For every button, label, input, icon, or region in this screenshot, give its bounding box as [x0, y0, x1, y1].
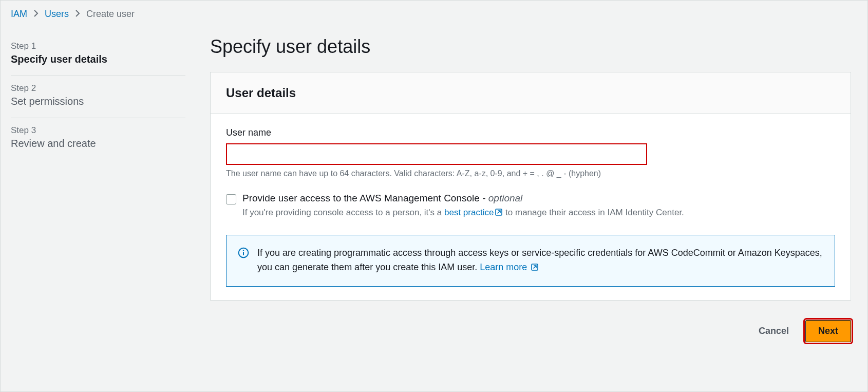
console-access-label: Provide user access to the AWS Managemen…: [242, 193, 835, 204]
wizard-footer: Cancel Next: [210, 320, 851, 342]
optional-tag: optional: [488, 193, 523, 203]
desc-suffix: to manage their access in IAM Identity C…: [503, 208, 684, 217]
step-2[interactable]: Step 2 Set permissions: [11, 76, 185, 118]
learn-more-text: Learn more: [480, 262, 527, 272]
external-link-icon: [531, 261, 539, 276]
step-label: Step 3: [11, 125, 185, 136]
panel-title: User details: [226, 86, 835, 100]
desc-prefix: If you're providing console access to a …: [242, 208, 444, 217]
breadcrumb-iam[interactable]: IAM: [11, 9, 27, 20]
wizard-steps: Step 1 Specify user details Step 2 Set p…: [11, 34, 185, 381]
page-title: Specify user details: [210, 36, 851, 58]
step-1[interactable]: Step 1 Specify user details: [11, 34, 185, 76]
chevron-right-icon: [75, 9, 80, 20]
console-access-label-text: Provide user access to the AWS Managemen…: [242, 193, 488, 203]
step-title: Set permissions: [11, 96, 185, 107]
username-input[interactable]: [226, 143, 647, 165]
step-label: Step 1: [11, 41, 185, 51]
best-practice-link[interactable]: best practice: [444, 208, 503, 217]
info-icon: [238, 247, 249, 263]
step-title: Review and create: [11, 138, 185, 150]
svg-point-2: [243, 250, 244, 251]
info-text: If you are creating programmatic access …: [257, 246, 823, 276]
breadcrumb-current: Create user: [86, 9, 135, 20]
step-title: Specify user details: [11, 53, 185, 65]
chevron-right-icon: [33, 9, 39, 20]
username-hint: The user name can have up to 64 characte…: [226, 169, 835, 178]
username-label: User name: [226, 127, 835, 138]
panel-header: User details: [211, 72, 851, 114]
external-link-icon: [495, 207, 503, 220]
user-details-panel: User details User name The user name can…: [210, 72, 851, 301]
info-box: If you are creating programmatic access …: [226, 235, 835, 287]
breadcrumb: IAM Users Create user: [11, 9, 851, 20]
next-button[interactable]: Next: [805, 320, 851, 342]
info-text-body: If you are creating programmatic access …: [257, 248, 822, 273]
cancel-button[interactable]: Cancel: [746, 321, 801, 342]
breadcrumb-users[interactable]: Users: [45, 9, 69, 20]
svg-rect-3: [243, 252, 244, 255]
best-practice-link-text: best practice: [444, 208, 494, 217]
step-3[interactable]: Step 3 Review and create: [11, 118, 185, 160]
step-label: Step 2: [11, 83, 185, 94]
console-access-checkbox[interactable]: [226, 194, 236, 204]
console-access-desc: If you're providing console access to a …: [242, 206, 835, 220]
learn-more-link[interactable]: Learn more: [480, 262, 539, 272]
